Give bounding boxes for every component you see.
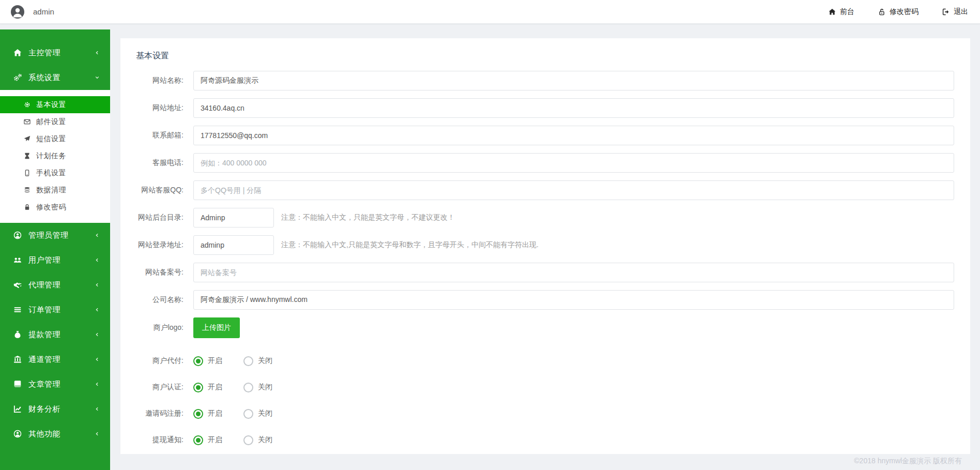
site-url-label: 网站地址: xyxy=(120,103,183,113)
merchant-auth-on-radio[interactable] xyxy=(193,383,203,392)
merchant-payout-on-option[interactable]: 开启 xyxy=(193,356,222,366)
sidebar-item-bank-7[interactable]: 通道管理 xyxy=(0,347,110,372)
withdraw-notify-row: 提现通知:开启关闭 xyxy=(120,435,970,445)
sidebar-item-label: 文章管理 xyxy=(28,380,60,389)
withdraw-notify-on-option[interactable]: 开启 xyxy=(193,435,222,445)
submenu-item-gear-0[interactable]: 基本设置 xyxy=(0,96,110,113)
invite-code-register-on-radio[interactable] xyxy=(193,409,203,419)
contact-email-input[interactable] xyxy=(193,126,954,145)
sidebar-item-user-circle-10[interactable]: 其他功能 xyxy=(0,421,110,446)
upload-image-button[interactable]: 上传图片 xyxy=(193,317,240,338)
company-name-row: 公司名称: xyxy=(120,290,970,310)
sidebar-item-handshake-4[interactable]: 代理管理 xyxy=(0,272,110,297)
gears-icon xyxy=(13,73,22,82)
merchant-payout-on-radio[interactable] xyxy=(193,356,203,366)
chevron-left-icon xyxy=(95,406,100,412)
hourglass-icon xyxy=(24,153,30,159)
login-path-note: 注意：不能输入中文,只能是英文字母和数字，且字母开头，中间不能有字符出现. xyxy=(281,240,539,250)
site-name-row: 网站名称: xyxy=(120,71,970,90)
invite-code-register-on-option[interactable]: 开启 xyxy=(193,409,222,419)
service-qq-input[interactable] xyxy=(193,180,954,200)
submenu-item-hourglass-3[interactable]: 计划任务 xyxy=(0,147,110,164)
login-path-input[interactable] xyxy=(193,235,274,255)
withdraw-notify-on-radio[interactable] xyxy=(193,435,203,445)
invite-code-register-off-radio[interactable] xyxy=(243,409,253,419)
bank-icon xyxy=(13,355,22,363)
company-name-input[interactable] xyxy=(193,290,954,310)
sidebar-item-book-8[interactable]: 文章管理 xyxy=(0,372,110,397)
submenu-item-envelope-1[interactable]: 邮件设置 xyxy=(0,113,110,130)
submenu-item-label: 邮件设置 xyxy=(36,117,66,127)
chevron-left-icon xyxy=(95,332,100,337)
radio-option-label: 关闭 xyxy=(258,383,272,392)
top-header: admin 前台修改密码退出 xyxy=(0,0,980,24)
chevron-left-icon xyxy=(95,233,100,238)
top-nav-home[interactable]: 前台 xyxy=(829,7,854,17)
top-nav-label: 退出 xyxy=(954,7,968,17)
sidebar-item-home-0[interactable]: 主控管理 xyxy=(0,40,110,65)
submenu-item-mobile-4[interactable]: 手机设置 xyxy=(0,164,110,181)
submenu-item-paper-plane-2[interactable]: 短信设置 xyxy=(0,130,110,147)
service-qq-row: 网站客服QQ: xyxy=(120,180,970,200)
submenu-item-label: 计划任务 xyxy=(36,151,66,161)
merchant-payout-off-option[interactable]: 关闭 xyxy=(243,356,272,366)
sidebar-item-label: 提款管理 xyxy=(28,330,60,340)
top-nav-unlock[interactable]: 修改密码 xyxy=(878,7,918,17)
withdraw-notify-label: 提现通知: xyxy=(120,435,183,445)
sidebar-item-label: 系统设置 xyxy=(28,73,60,83)
home-icon xyxy=(829,8,836,16)
login-path-row: 网站登录地址:注意：不能输入中文,只能是英文字母和数字，且字母开头，中间不能有字… xyxy=(120,235,970,255)
contact-email-label: 联系邮箱: xyxy=(120,131,183,140)
withdraw-notify-off-option[interactable]: 关闭 xyxy=(243,435,272,445)
sidebar-item-users-3[interactable]: 用户管理 xyxy=(0,248,110,272)
paper-plane-icon xyxy=(24,135,30,142)
service-phone-row: 客服电话: xyxy=(120,153,970,173)
submenu-item-database-5[interactable]: 数据清理 xyxy=(0,181,110,199)
submenu-item-lock-6[interactable]: 修改密码 xyxy=(0,199,110,216)
sidebar-item-user-circle-2[interactable]: 管理员管理 xyxy=(0,223,110,248)
merchant-payout-off-radio[interactable] xyxy=(243,356,253,366)
merchant-payout-row: 商户代付:开启关闭 xyxy=(120,356,970,366)
sidebar-item-gears-1[interactable]: 系统设置 xyxy=(0,65,110,90)
admin-dir-label: 网站后台目录: xyxy=(120,213,183,222)
sidebar-item-chart-line-9[interactable]: 财务分析 xyxy=(0,397,110,421)
merchant-auth-row: 商户认证:开启关闭 xyxy=(120,382,970,392)
user-circle-icon xyxy=(13,430,22,438)
logged-in-username: admin xyxy=(33,0,54,23)
top-nav-signout[interactable]: 退出 xyxy=(942,7,968,17)
merchant-payout-label: 商户代付: xyxy=(120,356,183,366)
submenu-item-label: 短信设置 xyxy=(36,134,66,144)
service-phone-label: 客服电话: xyxy=(120,158,183,168)
service-phone-input[interactable] xyxy=(193,153,954,173)
admin-dir-note: 注意：不能输入中文，只能是英文字母，不建议更改！ xyxy=(281,213,455,222)
chevron-left-icon xyxy=(95,382,100,387)
mobile-icon xyxy=(24,170,30,176)
site-name-input[interactable] xyxy=(193,71,954,90)
merchant-logo-label: 商户logo: xyxy=(120,323,183,332)
invite-code-register-off-option[interactable]: 关闭 xyxy=(243,409,272,419)
site-url-input[interactable] xyxy=(193,98,954,118)
sidebar-item-list-5[interactable]: 订单管理 xyxy=(0,297,110,322)
site-url-row: 网站地址: xyxy=(120,98,970,118)
merchant-auth-off-option[interactable]: 关闭 xyxy=(243,383,272,392)
sidebar-item-label: 用户管理 xyxy=(28,255,60,265)
merchant-auth-on-option[interactable]: 开启 xyxy=(193,383,222,392)
main-area: 基本设置 网站名称:网站地址:联系邮箱:客服电话:网站客服QQ:网站后台目录:注… xyxy=(110,23,980,470)
icp-number-input[interactable] xyxy=(193,263,954,282)
withdraw-notify-off-radio[interactable] xyxy=(243,435,253,445)
users-icon xyxy=(13,256,22,264)
signout-icon xyxy=(942,8,950,16)
company-name-label: 公司名称: xyxy=(120,295,183,305)
user-circle-icon xyxy=(13,231,22,239)
radio-option-label: 关闭 xyxy=(258,435,272,445)
top-nav-label: 前台 xyxy=(840,7,854,17)
envelope-icon xyxy=(24,118,30,125)
list-icon xyxy=(13,306,22,314)
merchant-auth-off-radio[interactable] xyxy=(243,383,253,392)
chevron-left-icon xyxy=(95,357,100,362)
login-path-label: 网站登录地址: xyxy=(120,240,183,250)
sidebar-item-money-bag-6[interactable]: 提款管理 xyxy=(0,322,110,347)
admin-dir-input[interactable] xyxy=(193,208,274,228)
contact-email-row: 联系邮箱: xyxy=(120,126,970,145)
gear-icon xyxy=(24,101,30,108)
